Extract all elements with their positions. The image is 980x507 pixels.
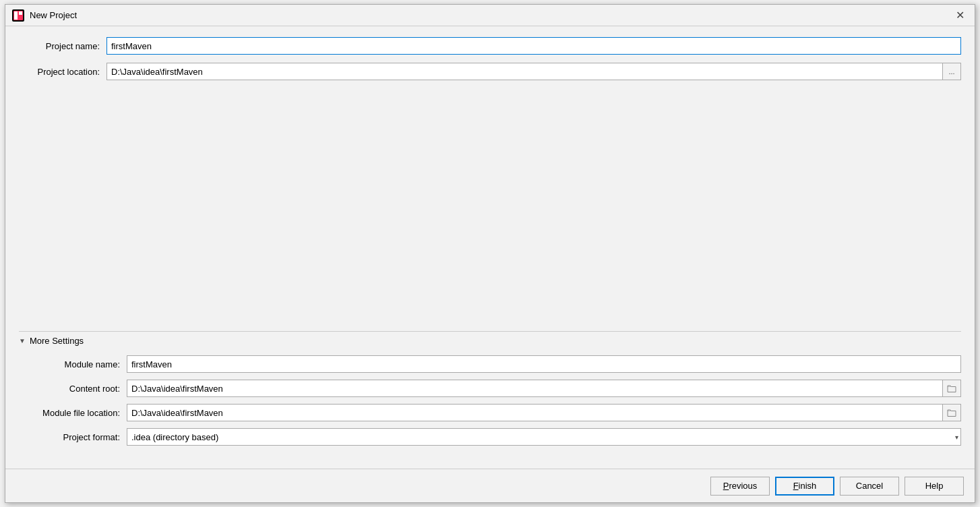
project-format-label: Project format: [19, 432, 127, 442]
project-format-select-wrapper: .idea (directory based) .ipr (file based… [127, 428, 961, 446]
project-name-row: Project name: [19, 37, 961, 55]
dialog-content: Project name: Project location: ... ▼ Mo… [5, 26, 975, 469]
content-spacer [19, 88, 961, 331]
title-bar: New Project ✕ [5, 5, 975, 26]
title-bar-left: New Project [12, 9, 77, 22]
cancel-button[interactable]: Cancel [840, 477, 899, 496]
module-file-location-row: Module file location: [19, 404, 961, 421]
module-file-location-input-group [127, 404, 961, 421]
more-settings-content: Module name: Content root: [19, 350, 961, 458]
new-project-dialog: New Project ✕ Project name: Project loca… [5, 4, 975, 503]
project-location-row: Project location: ... [19, 63, 961, 80]
content-root-browse-button[interactable] [942, 380, 961, 397]
more-settings-label: More Settings [30, 336, 84, 346]
svg-rect-2 [14, 11, 18, 20]
help-button[interactable]: Help [905, 477, 964, 496]
previous-button[interactable]: Previous [710, 477, 770, 496]
close-button[interactable]: ✕ [952, 7, 968, 24]
more-settings-header[interactable]: ▼ More Settings [19, 331, 961, 350]
module-name-label: Module name: [19, 359, 127, 369]
svg-rect-3 [19, 11, 22, 15]
content-root-row: Content root: [19, 380, 961, 397]
finish-button[interactable]: Finish [775, 477, 834, 496]
project-location-label: Project location: [19, 67, 106, 77]
previous-label: Previous [723, 481, 758, 491]
dialog-footer: Previous Finish Cancel Help [5, 469, 975, 502]
more-settings-section: ▼ More Settings Module name: Content roo… [19, 331, 961, 458]
module-file-location-label: Module file location: [19, 408, 127, 418]
cancel-label: Cancel [856, 481, 883, 491]
module-file-location-input[interactable] [127, 404, 942, 421]
app-icon [12, 9, 24, 22]
project-location-browse-button[interactable]: ... [942, 63, 961, 80]
content-root-input-group [127, 380, 961, 397]
project-name-label: Project name: [19, 41, 106, 51]
finish-label: Finish [793, 481, 817, 491]
content-root-input[interactable] [127, 380, 942, 397]
project-location-input[interactable] [106, 63, 942, 80]
project-format-select[interactable]: .idea (directory based) .ipr (file based… [127, 428, 961, 446]
content-root-label: Content root: [19, 384, 127, 394]
project-format-row: Project format: .idea (directory based) … [19, 428, 961, 446]
dialog-title: New Project [30, 10, 77, 20]
collapse-icon: ▼ [19, 337, 26, 345]
project-name-input[interactable] [106, 37, 961, 55]
module-name-input[interactable] [127, 355, 961, 373]
project-location-input-group: ... [106, 63, 961, 80]
module-file-location-browse-button[interactable] [942, 404, 961, 421]
help-label: Help [925, 481, 944, 491]
module-name-row: Module name: [19, 355, 961, 373]
